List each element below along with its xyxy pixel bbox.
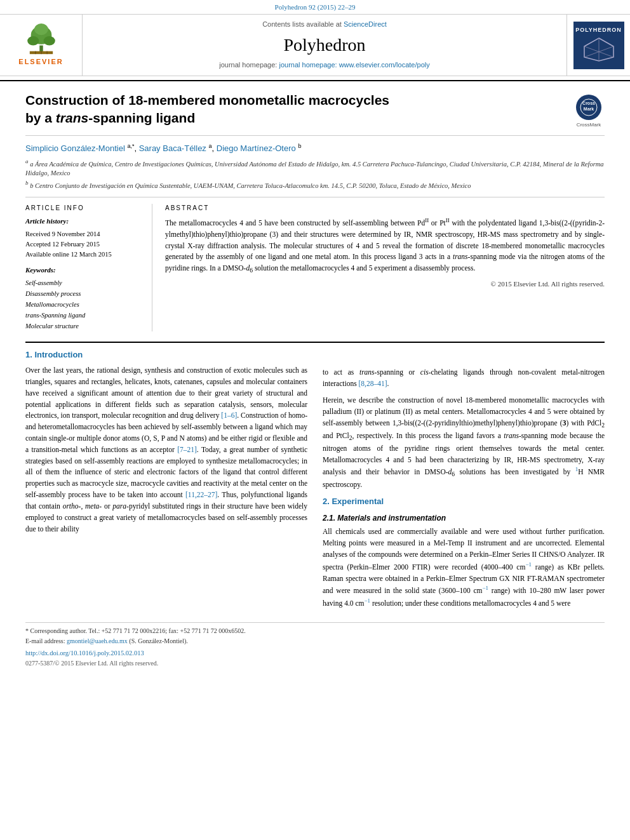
intro-para-2: Herein, we describe the construction of …: [323, 395, 605, 491]
article-info-column: ARTICLE INFO Article history: Received 9…: [25, 204, 152, 332]
ref-1-6[interactable]: [1–6]: [221, 411, 237, 419]
article-title-section: Construction of 18-membered monometallic…: [25, 91, 605, 136]
keywords-section: Keywords: Self-assembly Disassembly proc…: [25, 265, 143, 331]
body-right-column: to act as trans-spanning or cis-chelatin…: [323, 349, 605, 614]
homepage-line: journal homepage: journal homepage: www.…: [219, 60, 429, 70]
polyhedron-shape-icon: [583, 37, 615, 62]
header-inner: ELSEVIER Contents lists available at Sci…: [0, 14, 630, 76]
article-info-label: ARTICLE INFO: [25, 204, 143, 213]
author-2[interactable]: Saray Baca-Téllez: [139, 143, 206, 153]
body-section: 1. Introduction Over the last years, the…: [25, 342, 605, 614]
experimental-heading: 2. Experimental: [323, 496, 605, 508]
intro-para-continued: to act as trans-spanning or cis-chelatin…: [323, 367, 605, 390]
svg-point-4: [34, 23, 48, 35]
keyword-1: Self-assembly: [25, 278, 143, 289]
available-date: Available online 12 March 2015: [25, 250, 143, 260]
ref-8-41[interactable]: [8,28–41]: [359, 380, 387, 387]
affiliation-2: b b Centro Conjunto de Investigación en …: [25, 179, 605, 190]
keyword-2: Disassembly process: [25, 289, 143, 300]
journal-center: Contents lists available at ScienceDirec…: [83, 15, 566, 76]
homepage-text: journal homepage:: [219, 61, 279, 69]
article-title: Construction of 18-membered monometallic…: [25, 91, 389, 126]
abstract-copyright: © 2015 Elsevier Ltd. All rights reserved…: [165, 279, 605, 290]
elsevier-label: ELSEVIER: [18, 57, 63, 67]
keywords-label: Keywords:: [25, 265, 143, 276]
polyhedron-logo-text: POLYHEDRON: [575, 26, 622, 34]
polyhedron-logo-box: POLYHEDRON: [573, 22, 624, 69]
crossmark-badge[interactable]: Cross Mark CrossMark: [573, 91, 605, 129]
keyword-3: Metallomacrocycles: [25, 300, 143, 310]
body-two-col: 1. Introduction Over the last years, the…: [25, 349, 605, 614]
svg-point-2: [27, 36, 39, 46]
page-wrapper: Polyhedron 92 (2015) 22–29: [0, 0, 630, 678]
sciencedirect-link[interactable]: ScienceDirect: [344, 20, 387, 28]
sciencedirect-line: Contents lists available at ScienceDirec…: [262, 20, 387, 30]
polyhedron-logo-area: POLYHEDRON: [566, 15, 630, 76]
abstract-column: ABSTRACT The metallomacrocycles 4 and 5 …: [165, 204, 605, 332]
author-3[interactable]: Diego Martínez-Otero: [217, 143, 296, 153]
title-line2: by a trans-spanning ligand: [25, 110, 195, 125]
author-3-sup: b: [298, 143, 301, 149]
footnote-corresponding: * Corresponding author. Tel.: +52 771 71…: [25, 627, 605, 636]
introduction-heading: 1. Introduction: [25, 349, 307, 361]
author-2-sup: a: [209, 143, 212, 149]
accepted-date: Accepted 12 February 2015: [25, 239, 143, 250]
received-date: Received 9 November 2014: [25, 229, 143, 239]
experimental-subheading: 2.1. Materials and instrumentation: [323, 513, 605, 524]
elsevier-logo-area: ELSEVIER: [0, 15, 83, 76]
elsevier-tree-icon: [22, 23, 60, 55]
svg-point-3: [43, 36, 55, 46]
affiliation-1: a a Área Académica de Química, Centro de…: [25, 157, 605, 178]
doi-bar-text: Polyhedron 92 (2015) 22–29: [275, 3, 356, 11]
doi-bar: Polyhedron 92 (2015) 22–29: [0, 0, 630, 14]
article-content: Construction of 18-membered monometallic…: [0, 81, 630, 678]
history-label: Article history:: [25, 217, 143, 227]
article-info-abstract-section: ARTICLE INFO Article history: Received 9…: [25, 197, 605, 332]
svg-text:Mark: Mark: [584, 107, 594, 111]
footnote-email: E-mail address: gmontiel@uaeh.edu.mx (S.…: [25, 637, 605, 646]
crossmark-label: CrossMark: [577, 121, 601, 129]
svg-text:Cross: Cross: [582, 101, 595, 105]
journal-name-header: Polyhedron: [283, 32, 365, 58]
authors-line: Simplicio González-Montiel a,*, Saray Ba…: [25, 142, 605, 155]
homepage-link[interactable]: journal homepage: www.elsevier.com/locat…: [279, 61, 429, 69]
footer-copyright: 0277-5387/© 2015 Elsevier Ltd. All right…: [25, 659, 605, 669]
journal-header: Polyhedron 92 (2015) 22–29: [0, 0, 630, 81]
author-1-sup: a,*: [127, 143, 134, 149]
ref-11-27[interactable]: [11,22–27]: [185, 491, 217, 498]
footer-area: * Corresponding author. Tel.: +52 771 71…: [25, 622, 605, 669]
abstract-text: The metallomacrocycles 4 and 5 have been…: [165, 217, 605, 276]
title-line1: Construction of 18-membered monometallic…: [25, 93, 389, 107]
footer-doi[interactable]: http://dx.doi.org/10.1016/j.poly.2015.02…: [25, 648, 605, 658]
sciencedirect-prefix: Contents lists available at: [262, 20, 342, 28]
experimental-paragraph: All chemicals used are commercially avai…: [323, 526, 605, 609]
intro-paragraph: Over the last years, the rational design…: [25, 365, 307, 535]
email-link[interactable]: gmontiel@uaeh.edu.mx: [67, 637, 128, 644]
ref-7-21[interactable]: [7–21]: [177, 446, 197, 453]
abstract-label: ABSTRACT: [165, 204, 605, 213]
keyword-4: trans-Spanning ligand: [25, 310, 143, 321]
author-1[interactable]: Simplicio González-Montiel: [25, 143, 125, 153]
body-left-column: 1. Introduction Over the last years, the…: [25, 349, 307, 614]
crossmark-icon[interactable]: Cross Mark: [576, 95, 601, 120]
keyword-5: Molecular structure: [25, 321, 143, 332]
